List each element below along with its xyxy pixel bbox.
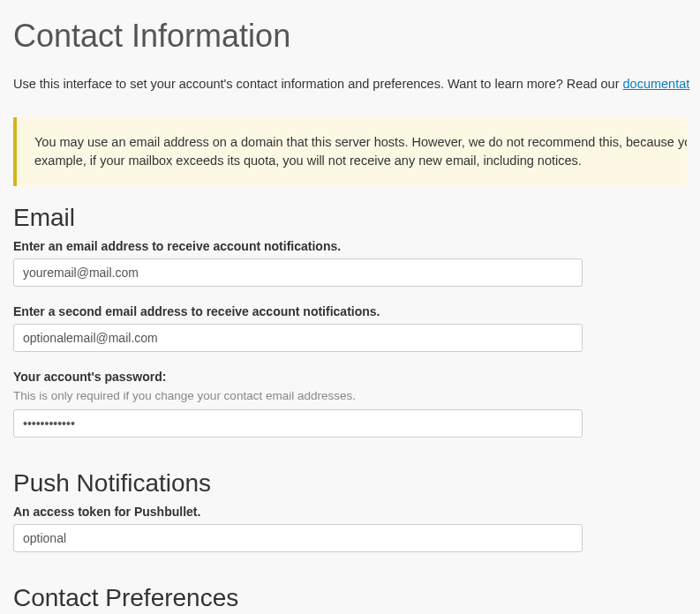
email-heading: Email bbox=[13, 204, 687, 232]
warning-alert: You may use an email address on a domain… bbox=[13, 117, 687, 186]
intro-text: Use this interface to set your account's… bbox=[13, 77, 623, 91]
alert-line1: You may use an email address on a domain… bbox=[34, 133, 669, 152]
password-hint: This is only required if you change your… bbox=[13, 389, 687, 402]
primary-email-label: Enter an email address to receive accoun… bbox=[13, 239, 687, 253]
secondary-email-input[interactable] bbox=[13, 324, 583, 352]
password-input[interactable] bbox=[13, 409, 583, 438]
push-heading: Push Notifications bbox=[13, 469, 687, 498]
password-label: Your account's password: bbox=[13, 370, 687, 384]
alert-line2: example, if your mailbox exceeds its quo… bbox=[34, 152, 669, 170]
documentation-link[interactable]: documentat bbox=[623, 77, 690, 91]
push-token-label: An access token for Pushbullet. bbox=[13, 505, 687, 519]
push-token-input[interactable] bbox=[13, 524, 583, 552]
intro-paragraph: Use this interface to set your account's… bbox=[13, 77, 687, 91]
primary-email-input[interactable] bbox=[13, 258, 583, 287]
preferences-heading: Contact Preferences bbox=[13, 584, 687, 612]
secondary-email-label: Enter a second email address to receive … bbox=[13, 304, 687, 318]
page-title: Contact Information bbox=[13, 18, 687, 55]
